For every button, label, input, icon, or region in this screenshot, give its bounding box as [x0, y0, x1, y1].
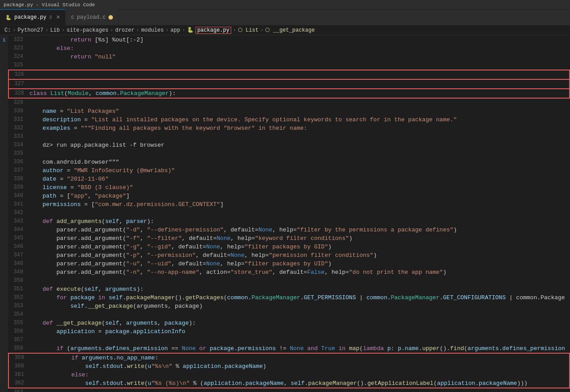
breadcrumb-part-site-packages[interactable]: site-packages: [67, 27, 108, 33]
line-345: 345 parser.add_argument("-f", "--filter"…: [8, 234, 570, 243]
line-347: 347 parser.add_argument("-p", "--permiss…: [8, 251, 570, 260]
sidebar-indicator: 1: [3, 37, 6, 43]
breadcrumb-part-list[interactable]: ⬡ List: [238, 27, 258, 33]
line-333: 333: [8, 132, 570, 141]
line-339: 339 license = "BSD (3 clause)": [8, 183, 570, 192]
tab-icon-c: C: [71, 15, 74, 20]
line-357: 357: [8, 336, 570, 344]
line-361: 361 else:: [8, 371, 570, 379]
tab-label-payload-c: payload.c: [77, 14, 106, 21]
tab-package-py[interactable]: 🐍 package.py 3 ×: [0, 9, 66, 25]
breadcrumb: C: › Python27 › Lib › site-packages › dr…: [0, 25, 570, 35]
line-344: 344 parser.add_argument("-d", "--defines…: [8, 226, 570, 234]
line-328: 328 class List(Module, common.PackageMan…: [8, 88, 570, 99]
line-322: 322 return [%s] %out[:-2]: [8, 36, 570, 44]
line-348: 348 parser.add_argument("-u", "--uid", d…: [8, 260, 570, 268]
tab-bar: 🐍 package.py 3 × C payload.c: [0, 10, 570, 25]
tab-icon-python: 🐍: [5, 15, 12, 21]
breadcrumb-part-app[interactable]: app: [171, 27, 180, 33]
line-363: 363: [8, 388, 570, 392]
line-327: 327: [8, 80, 570, 88]
line-326: 326: [8, 70, 570, 80]
line-330: 330 name = "List Packages": [8, 107, 570, 116]
line-329: 329: [8, 99, 570, 107]
breadcrumb-part-packagepy-icon: 🐍: [187, 27, 194, 33]
line-359: 359 if arguments.no_app_name:: [8, 353, 570, 362]
line-351: 351 def execute(self, arguments):: [8, 285, 570, 293]
breadcrumb-part-packagepy[interactable]: package.py: [196, 27, 231, 34]
line-342: 342: [8, 209, 570, 217]
line-325: 325: [8, 61, 570, 70]
close-tab-package-py[interactable]: ×: [56, 14, 60, 21]
line-352: 352 for package in self.packageManager()…: [8, 293, 570, 302]
window: package.py - Visual Studio Code 🐍 packag…: [0, 0, 570, 35]
tab-index: 3: [49, 15, 52, 20]
line-353: 353 self.__get_package(arguments, packag…: [8, 302, 570, 310]
line-360: 360 self.stdout.write(u"%s\n" % applicat…: [8, 362, 570, 371]
line-343: 343 def add_arguments(self, parser):: [8, 217, 570, 226]
code-content: 322 return [%s] %out[:-2] 323 else: 324 …: [8, 36, 570, 392]
line-362: 362 self.stdout.write(u"%s (%s)\n" % (ap…: [8, 379, 570, 388]
line-323: 323 else:: [8, 44, 570, 53]
sidebar-strip: 1: [0, 36, 8, 392]
title-bar: package.py - Visual Studio Code: [0, 0, 570, 10]
line-356: 356 application = package.applicationInf…: [8, 327, 570, 336]
line-338: 338 date = "2012-11-06": [8, 175, 570, 183]
line-336: 336 com.android.browser""": [8, 158, 570, 166]
breadcrumb-part-drozer[interactable]: drozer: [115, 27, 134, 33]
line-335: 335: [8, 149, 570, 158]
line-350: 350: [8, 276, 570, 285]
breadcrumb-part-c[interactable]: C:: [4, 27, 11, 33]
breadcrumb-part-lib[interactable]: Lib: [50, 27, 60, 33]
editor[interactable]: 322 return [%s] %out[:-2] 323 else: 324 …: [8, 36, 570, 392]
line-340: 340 path = ["app", "package"]: [8, 192, 570, 200]
line-349: 349 parser.add_argument("-n", "--no-app-…: [8, 268, 570, 276]
tab-label-package-py: package.py: [14, 14, 46, 21]
line-355: 355 def __get_package(self, arguments, p…: [8, 319, 570, 327]
breadcrumb-part-modules[interactable]: modules: [141, 27, 163, 33]
line-337: 337 author = "MWR InfoSecurity (@mwrlabs…: [8, 166, 570, 175]
line-324: 324 return "null": [8, 53, 570, 61]
line-346: 346 parser.add_argument("-g", "--gid", d…: [8, 243, 570, 251]
breadcrumb-part-get-package[interactable]: ⬡ __get_package: [265, 27, 315, 33]
line-332: 332 examples = """Finding all packages w…: [8, 124, 570, 132]
line-334: 334 dz> run app.package.list -f browser: [8, 141, 570, 149]
line-331: 331 description = "List all installed pa…: [8, 116, 570, 124]
line-358: 358 if (arguments.defines_permission == …: [8, 344, 570, 353]
line-354: 354: [8, 310, 570, 319]
tab-modified-dot: [108, 15, 113, 20]
line-341: 341 permissions = ["com.mwr.dz.permissio…: [8, 200, 570, 209]
tab-payload-c[interactable]: C payload.c: [66, 9, 118, 25]
breadcrumb-part-python27[interactable]: Python27: [18, 27, 44, 33]
title-bar-text: package.py - Visual Studio Code: [4, 2, 95, 8]
